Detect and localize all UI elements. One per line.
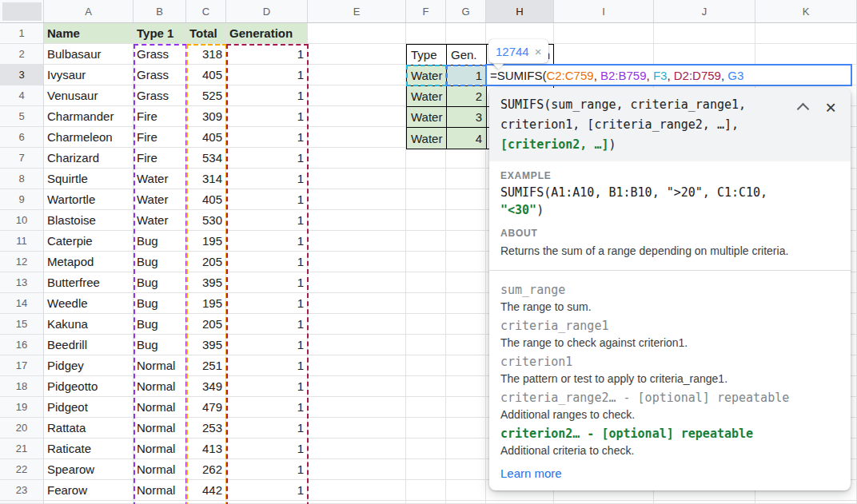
cell-C6[interactable]: 405	[186, 127, 226, 148]
cell-C2[interactable]: 318	[186, 44, 226, 65]
cell-A16[interactable]: Beedrill	[44, 335, 134, 355]
cell-A[interactable]	[44, 501, 134, 504]
cell-E23[interactable]	[308, 480, 406, 501]
cell-E4[interactable]	[308, 85, 406, 106]
cell-A2[interactable]: Bulbasaur	[44, 44, 134, 65]
column-header-E[interactable]: E	[308, 0, 406, 22]
cell-D5[interactable]: 1	[226, 106, 308, 127]
summary-gen-cell[interactable]: 4	[447, 128, 487, 149]
cell-F16[interactable]	[406, 335, 446, 355]
summary-header-1[interactable]: Type	[407, 45, 447, 65]
cell-G8[interactable]	[446, 169, 486, 189]
cell-D1[interactable]: Generation	[226, 23, 308, 44]
column-header-K[interactable]: K	[755, 0, 857, 22]
cell-A13[interactable]: Butterfree	[44, 272, 134, 293]
cell-D8[interactable]: 1	[226, 169, 308, 189]
cell-J1[interactable]	[654, 23, 755, 44]
cell-B14[interactable]: Bug	[134, 293, 186, 314]
cell-E2[interactable]	[308, 44, 406, 65]
row-header-2[interactable]: 2	[0, 44, 44, 65]
cell-D15[interactable]: 1	[226, 314, 308, 335]
cell-B5[interactable]: Fire	[134, 106, 186, 127]
cell-B23[interactable]: Normal	[134, 480, 186, 501]
column-header-A[interactable]: A	[44, 0, 134, 22]
cell-K1[interactable]	[755, 23, 857, 44]
cell-C10[interactable]: 530	[186, 210, 226, 231]
cell-G10[interactable]	[446, 210, 486, 231]
learn-more-link[interactable]: Learn more	[500, 466, 562, 480]
cell-F21[interactable]	[406, 439, 446, 459]
cell-D7[interactable]: 1	[226, 148, 308, 169]
cell-C19[interactable]: 479	[186, 397, 226, 418]
column-header-D[interactable]: D	[226, 0, 308, 22]
cell-A19[interactable]: Pidgeot	[44, 397, 134, 418]
row-header-20[interactable]: 20	[0, 418, 44, 439]
cell-E[interactable]	[308, 501, 406, 504]
row-header-23[interactable]: 23	[0, 480, 44, 501]
cell-K2[interactable]	[755, 44, 857, 65]
summary-type-cell[interactable]: Water	[407, 107, 447, 128]
cell-C20[interactable]: 253	[186, 418, 226, 439]
cell-A20[interactable]: Rattata	[44, 418, 134, 439]
cell-C17[interactable]: 251	[186, 355, 226, 376]
row-header-10[interactable]: 10	[0, 210, 44, 231]
cell-B9[interactable]: Water	[134, 189, 186, 210]
cell-C16[interactable]: 395	[186, 335, 226, 355]
cell-F17[interactable]	[406, 355, 446, 376]
summary-gen-cell[interactable]: 1	[447, 65, 487, 86]
cell-G[interactable]	[446, 501, 486, 504]
cell-F19[interactable]	[406, 397, 446, 418]
cell-B16[interactable]: Bug	[134, 335, 186, 355]
cell-E6[interactable]	[308, 127, 406, 148]
cell-E7[interactable]	[308, 148, 406, 169]
row-header-9[interactable]: 9	[0, 189, 44, 210]
row-header-15[interactable]: 15	[0, 314, 44, 335]
cell-F10[interactable]	[406, 210, 446, 231]
cell-B2[interactable]: Grass	[134, 44, 186, 65]
formula-editor[interactable]: =SUMIFS(C2:C759, B2:B759, F3, D2:D759, G…	[485, 64, 852, 86]
row-header-11[interactable]: 11	[0, 231, 44, 252]
cell-E9[interactable]	[308, 189, 406, 210]
cell-E10[interactable]	[308, 210, 406, 231]
cell-A15[interactable]: Kakuna	[44, 314, 134, 335]
cell-C7[interactable]: 534	[186, 148, 226, 169]
cell-G12[interactable]	[446, 252, 486, 272]
cell-A7[interactable]: Charizard	[44, 148, 134, 169]
row-header-18[interactable]: 18	[0, 376, 44, 397]
column-header-G[interactable]: G	[446, 0, 486, 22]
cell-G1[interactable]	[446, 23, 486, 44]
cell-C11[interactable]: 195	[186, 231, 226, 252]
column-header-J[interactable]: J	[654, 0, 755, 22]
close-icon[interactable]: ×	[825, 101, 836, 113]
cell-D18[interactable]: 1	[226, 376, 308, 397]
cell-F14[interactable]	[406, 293, 446, 314]
cell-C12[interactable]: 205	[186, 252, 226, 272]
cell-G18[interactable]	[446, 376, 486, 397]
cell-E16[interactable]	[308, 335, 406, 355]
cell-G11[interactable]	[446, 231, 486, 252]
cell-E3[interactable]	[308, 65, 406, 85]
cell-B12[interactable]: Bug	[134, 252, 186, 272]
cell-C22[interactable]: 262	[186, 459, 226, 480]
cell-D2[interactable]: 1	[226, 44, 308, 65]
cell-G13[interactable]	[446, 272, 486, 293]
cell-G22[interactable]	[446, 459, 486, 480]
cell-C21[interactable]: 413	[186, 439, 226, 459]
cell-D12[interactable]: 1	[226, 252, 308, 272]
cell-K[interactable]	[755, 501, 857, 504]
cell-I1[interactable]	[554, 23, 654, 44]
row-header-21[interactable]: 21	[0, 439, 44, 459]
cell-D6[interactable]: 1	[226, 127, 308, 148]
cell-C[interactable]	[186, 501, 226, 504]
cell-B7[interactable]: Fire	[134, 148, 186, 169]
row-header-13[interactable]: 13	[0, 272, 44, 293]
cell-A22[interactable]: Spearow	[44, 459, 134, 480]
cell-A12[interactable]: Metapod	[44, 252, 134, 272]
cell-A5[interactable]: Charmander	[44, 106, 134, 127]
column-header-F[interactable]: F	[406, 0, 446, 22]
row-header-7[interactable]: 7	[0, 148, 44, 169]
cell-D19[interactable]: 1	[226, 397, 308, 418]
cell-B10[interactable]: Water	[134, 210, 186, 231]
row-header-19[interactable]: 19	[0, 397, 44, 418]
cell-G20[interactable]	[446, 418, 486, 439]
